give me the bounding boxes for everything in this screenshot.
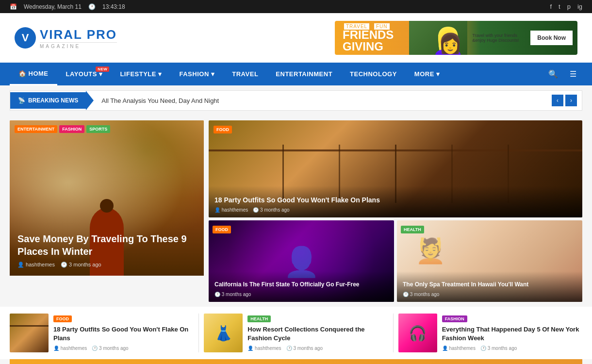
bottom-tag-1: HEALTH	[247, 315, 271, 322]
main-nav: 🏠 HOME LAYOUTS ▾ NEW LIFESTYLE ▾ FASHION…	[0, 63, 592, 85]
nav-fashion[interactable]: FASHION ▾	[170, 64, 223, 84]
book-now-button[interactable]: Book Now	[530, 31, 573, 45]
tag-sports: SPORTS	[86, 125, 110, 133]
right-bl-tag: FOOD	[213, 224, 231, 233]
site-sub: MAGAZINE	[40, 42, 117, 49]
bottom-card-content-0: FOOD 18 Party Outfits So Good You Won't …	[53, 314, 194, 352]
facebook-icon[interactable]: f	[550, 3, 552, 10]
divider-2	[393, 314, 394, 352]
ad-desc: Travel with your friends &enjoy Huge Dis…	[467, 33, 526, 43]
bottom-tag-0: FOOD	[53, 315, 72, 322]
tag-entertainment: ENTERTAINMENT	[15, 125, 57, 133]
logo[interactable]: V VIRAL PRO MAGAZINE	[15, 27, 117, 49]
right-br-title: The Only Spa Treatment In Hawaii You'll …	[403, 281, 576, 289]
feature-image: ENTERTAINMENT FASHION SPORTS Save Money …	[10, 120, 204, 276]
right-bottom-grid: 👤 FOOD California Is The First State To …	[209, 220, 582, 302]
right-top-meta: 👤 hashthemes 🕐 3 months ago	[214, 207, 576, 213]
feature-caption: Save Money By Traveling To These 9 Place…	[10, 225, 204, 276]
bottom-meta-1: 👤 hashthemes 🕐 3 months ago	[247, 346, 388, 351]
breaking-arrow	[86, 91, 94, 110]
logo-icon: V	[15, 27, 36, 49]
twitter-icon[interactable]: t	[559, 3, 560, 10]
bottom-cards: FOOD 18 Party Outfits So Good You Won't …	[0, 307, 592, 359]
right-top-title: 18 Party Outfits So Good You Won't Flake…	[214, 196, 576, 204]
top-bar: 📅 Wednesday, March 11 🕐 13:43:18 f t p i…	[0, 0, 592, 13]
nav-technology[interactable]: TECHNOLOGY	[341, 64, 406, 84]
instagram-icon[interactable]: ig	[577, 3, 582, 10]
feature-title: Save Money By Traveling To These 9 Place…	[17, 232, 196, 258]
right-top-tag: FOOD	[214, 124, 232, 133]
ad-content: TRAVEL FUN FRIENDS GIVING	[335, 24, 409, 52]
bottom-title-1: How Resort Collections Conquered the Fas…	[247, 325, 388, 343]
logo-text: VIRAL PRO MAGAZINE	[40, 27, 117, 49]
pinterest-icon[interactable]: p	[567, 3, 571, 10]
breaking-next-button[interactable]: ›	[565, 95, 577, 106]
right-bl-meta: 🕐 3 months ago	[214, 292, 388, 297]
right-br-meta: 🕐 3 months ago	[403, 292, 576, 297]
right-br-overlay: The Only Spa Treatment In Hawaii You'll …	[397, 271, 582, 302]
time-display: 13:43:18	[102, 3, 125, 10]
bottom-title-2: Everything That Happened Day 5 Of New Yo…	[442, 325, 582, 343]
radio-icon: 📡	[18, 97, 25, 104]
right-grid: FOOD 18 Party Outfits So Good You Won't …	[209, 120, 582, 302]
logo-letter: V	[22, 32, 29, 44]
bottom-banner: 24 HOURS SALE | FRIDAY IT'S TIME TO 😄 SH…	[10, 359, 582, 364]
date-display: Wednesday, March 11	[24, 3, 82, 10]
feature-tags: ENTERTAINMENT FASHION SPORTS	[15, 125, 110, 133]
author-icon: 👤 hashthemes	[17, 262, 55, 268]
divider-1	[198, 314, 199, 352]
bottom-card-0: FOOD 18 Party Outfits So Good You Won't …	[10, 310, 194, 356]
breaking-nav: ‹ ›	[547, 95, 582, 106]
calendar-icon: 📅	[10, 3, 17, 10]
clock-icon: 🕐	[88, 3, 96, 10]
right-bl-title: California Is The First State To Officia…	[214, 281, 388, 289]
right-bottom-left[interactable]: 👤 FOOD California Is The First State To …	[209, 220, 394, 302]
nav-home[interactable]: 🏠 HOME	[10, 63, 57, 85]
nav-layouts[interactable]: LAYOUTS ▾ NEW	[57, 64, 112, 84]
bottom-card-content-2: FASHION Everything That Happened Day 5 O…	[442, 314, 582, 352]
bottom-card-content-1: HEALTH How Resort Collections Conquered …	[247, 314, 388, 352]
right-bl-overlay: California Is The First State To Officia…	[209, 271, 394, 302]
header-ad-banner: TRAVEL FUN FRIENDS GIVING 👱‍♀️ Travel wi…	[335, 21, 577, 55]
ad-title: FRIENDS GIVING	[343, 29, 401, 52]
bottom-tag-2: FASHION	[442, 315, 467, 322]
bottom-title-0: 18 Party Outfits So Good You Won't Flake…	[53, 325, 194, 343]
right-top-overlay: 18 Party Outfits So Good You Won't Flake…	[209, 186, 582, 217]
nav-more[interactable]: MORE ▾	[406, 64, 449, 84]
breaking-text: All The Analysis You Need, Day And Night	[94, 92, 547, 109]
header: V VIRAL PRO MAGAZINE TRAVEL FUN FRIENDS …	[0, 13, 592, 63]
time-icon: 🕐 3 months ago	[61, 262, 101, 268]
new-badge: NEW	[96, 66, 109, 72]
top-bar-left: 📅 Wednesday, March 11 🕐 13:43:18	[10, 3, 125, 10]
site-name: VIRAL PRO	[40, 27, 117, 42]
bottom-card-img-0	[10, 314, 49, 352]
search-icon[interactable]: 🔍	[543, 63, 564, 85]
nav-lifestyle[interactable]: LIFESTYLE ▾	[111, 64, 170, 84]
right-top-card[interactable]: FOOD 18 Party Outfits So Good You Won't …	[209, 120, 582, 217]
nav-travel[interactable]: TRAVEL	[223, 64, 267, 84]
bottom-meta-0: 👤 hashthemes 🕐 3 months ago	[53, 346, 194, 351]
bottom-card-img-2: 🎧	[398, 314, 437, 352]
right-br-tag: HEALTH	[401, 224, 424, 233]
bottom-meta-2: 👤 hashthemes 🕐 3 months ago	[442, 346, 582, 351]
bottom-card-1: 👗 HEALTH How Resort Collections Conquere…	[204, 310, 388, 356]
social-links: f t p ig	[550, 3, 582, 10]
nav-entertainment[interactable]: ENTERTAINMENT	[267, 64, 341, 84]
menu-icon[interactable]: ☰	[564, 63, 582, 85]
bottom-card-2: 🎧 FASHION Everything That Happened Day 5…	[398, 310, 582, 356]
breaking-news-bar: 📡 BREAKING NEWS All The Analysis You Nee…	[10, 90, 582, 111]
feature-article[interactable]: ENTERTAINMENT FASHION SPORTS Save Money …	[10, 120, 204, 302]
main-content: ENTERTAINMENT FASHION SPORTS Save Money …	[0, 116, 592, 307]
bottom-card-img-1: 👗	[204, 314, 243, 352]
home-icon: 🏠	[18, 70, 27, 77]
tag-fashion: FASHION	[59, 125, 84, 133]
breaking-label: 📡 BREAKING NEWS	[10, 92, 86, 109]
breaking-prev-button[interactable]: ‹	[552, 95, 563, 106]
ad-image: 👱‍♀️	[409, 21, 467, 55]
right-bottom-right[interactable]: 💆 HEALTH The Only Spa Treatment In Hawai…	[397, 220, 582, 302]
feature-meta: 👤 hashthemes 🕐 3 months ago	[17, 262, 196, 268]
